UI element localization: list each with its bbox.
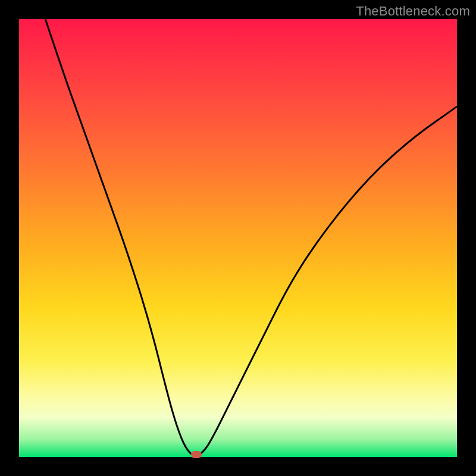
plot-area — [19, 19, 457, 457]
bottleneck-curve — [19, 19, 457, 457]
watermark-text: TheBottleneck.com — [356, 4, 470, 19]
chart-frame: TheBottleneck.com — [0, 0, 476, 476]
optimal-point-marker — [191, 451, 202, 458]
